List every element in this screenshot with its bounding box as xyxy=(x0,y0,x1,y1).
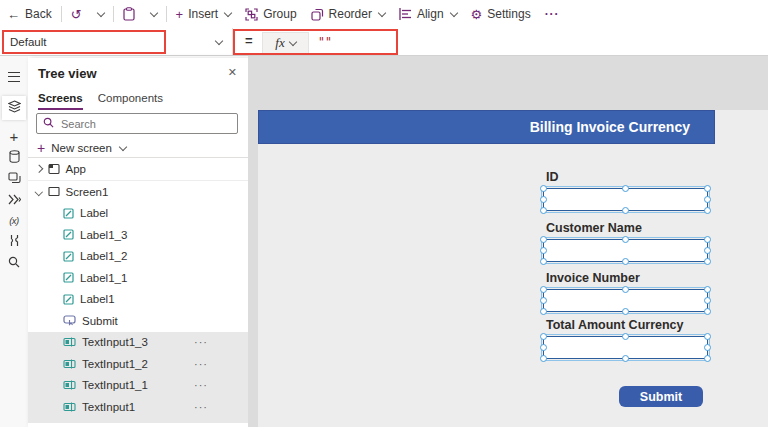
tree-item-screen1[interactable]: Screen1 xyxy=(28,181,248,203)
search-nav-button[interactable] xyxy=(2,252,26,273)
ellipsis-icon[interactable]: ··· xyxy=(194,358,208,370)
paste-button[interactable] xyxy=(116,0,142,28)
field-invoice-number: Invoice Number xyxy=(543,271,708,312)
selection-handle[interactable] xyxy=(622,333,629,340)
selection-handle[interactable] xyxy=(704,247,711,254)
app-screen[interactable]: Billing Invoice Currency ID Customer Nam… xyxy=(258,110,768,427)
selection-handle[interactable] xyxy=(622,185,629,192)
selection-handle[interactable] xyxy=(622,258,629,265)
formula-input-value[interactable]: "" xyxy=(318,35,332,49)
selection-handle[interactable] xyxy=(704,344,711,351)
text-input-customer-name[interactable] xyxy=(543,239,708,262)
selection-handle[interactable] xyxy=(540,286,547,293)
close-icon[interactable]: ✕ xyxy=(228,66,237,79)
align-button[interactable]: Align xyxy=(392,0,464,28)
tab-components[interactable]: Components xyxy=(98,92,163,110)
selection-handle[interactable] xyxy=(540,333,547,340)
selection-handle[interactable] xyxy=(540,196,547,203)
overflow-icon: ··· xyxy=(545,7,560,21)
selection-handle[interactable] xyxy=(540,207,547,214)
tree-item-label-control[interactable]: Label1_1 xyxy=(28,267,248,289)
tree-item-textinput[interactable]: TextInput1_1 ··· xyxy=(28,375,248,397)
tree-item-label-control[interactable]: Label1 xyxy=(28,289,248,311)
selection-handle[interactable] xyxy=(540,236,547,243)
field-label[interactable]: Customer Name xyxy=(546,221,708,236)
selection-handle[interactable] xyxy=(704,308,711,315)
tree-item-textinput[interactable]: TextInput1_2 ··· xyxy=(28,353,248,375)
hamburger-icon xyxy=(8,72,20,82)
menu-button[interactable] xyxy=(2,66,26,87)
submit-button[interactable]: Submit xyxy=(619,386,703,407)
tree-view-nav-button[interactable] xyxy=(2,96,26,120)
selection-handle[interactable] xyxy=(704,286,711,293)
undo-button[interactable]: ↺ xyxy=(64,0,89,28)
screen-header-bar[interactable]: Billing Invoice Currency xyxy=(258,110,715,144)
tab-screens[interactable]: Screens xyxy=(38,92,83,110)
selection-handle[interactable] xyxy=(704,236,711,243)
tree-search-box[interactable] xyxy=(36,113,238,134)
settings-button[interactable]: ⚙ Settings xyxy=(464,0,538,28)
selection-handle[interactable] xyxy=(704,333,711,340)
data-nav-button[interactable] xyxy=(2,147,26,168)
label-control-icon xyxy=(63,251,74,262)
paste-menu-button[interactable] xyxy=(142,0,164,28)
selection-handle[interactable] xyxy=(540,297,547,304)
text-input-invoice-number[interactable] xyxy=(543,289,708,312)
tree-item-label: Screen1 xyxy=(66,186,109,198)
group-label: Group xyxy=(263,7,296,21)
insert-nav-button[interactable]: + xyxy=(2,126,26,147)
selection-handle[interactable] xyxy=(622,355,629,362)
property-dropdown[interactable]: Default xyxy=(0,28,233,55)
selection-handle[interactable] xyxy=(622,236,629,243)
media-icon xyxy=(8,170,21,188)
selection-handle[interactable] xyxy=(704,258,711,265)
tree-item-label-control[interactable]: Label1_2 xyxy=(28,246,248,268)
highlight-box-formula xyxy=(233,29,398,55)
selection-handle[interactable] xyxy=(540,258,547,265)
selection-handle[interactable] xyxy=(622,308,629,315)
fx-dropdown-button[interactable]: fx xyxy=(262,32,309,54)
tree-item-submit-button[interactable]: Submit xyxy=(28,310,248,332)
field-label[interactable]: Invoice Number xyxy=(546,271,708,286)
selection-handle[interactable] xyxy=(540,247,547,254)
tree-item-label: TextInput1 xyxy=(82,401,135,413)
search-input[interactable] xyxy=(59,117,231,131)
advanced-tools-nav-button[interactable] xyxy=(2,231,26,252)
text-input-id[interactable] xyxy=(543,188,708,211)
new-screen-label: New screen xyxy=(51,142,112,154)
tree-item-textinput[interactable]: TextInput1 ··· xyxy=(28,396,248,418)
selection-handle[interactable] xyxy=(540,344,547,351)
overflow-button[interactable]: ··· xyxy=(538,0,567,28)
chevron-down-icon xyxy=(149,9,157,17)
ellipsis-icon[interactable]: ··· xyxy=(194,401,208,413)
undo-menu-button[interactable] xyxy=(89,0,111,28)
selection-handle[interactable] xyxy=(540,355,547,362)
selection-handle[interactable] xyxy=(704,355,711,362)
back-button[interactable]: ← Back xyxy=(0,0,59,28)
field-label[interactable]: Total Amount Currency xyxy=(546,318,708,333)
reorder-button[interactable]: Reorder xyxy=(304,0,392,28)
selection-handle[interactable] xyxy=(540,308,547,315)
media-nav-button[interactable] xyxy=(2,168,26,189)
tree-item-textinput[interactable]: TextInput1_3 ··· xyxy=(28,332,248,354)
selection-handle[interactable] xyxy=(622,207,629,214)
selection-handle[interactable] xyxy=(704,207,711,214)
insert-button[interactable]: + Insert xyxy=(169,0,239,28)
selection-handle[interactable] xyxy=(622,286,629,293)
power-automate-nav-button[interactable] xyxy=(2,189,26,210)
variables-nav-button[interactable]: (x) xyxy=(2,210,26,231)
new-screen-button[interactable]: + New screen xyxy=(37,141,126,155)
tree-item-app[interactable]: App xyxy=(28,158,248,181)
tree-item-label-control[interactable]: Label xyxy=(28,203,248,225)
group-button[interactable]: Group xyxy=(238,0,303,28)
tree-item-label: TextInput1_1 xyxy=(82,379,148,391)
field-label[interactable]: ID xyxy=(546,170,708,185)
selection-handle[interactable] xyxy=(704,185,711,192)
text-input-total-amount[interactable] xyxy=(543,336,708,359)
selection-handle[interactable] xyxy=(540,185,547,192)
tree-item-label-control[interactable]: Label1_3 xyxy=(28,224,248,246)
ellipsis-icon[interactable]: ··· xyxy=(194,379,208,391)
selection-handle[interactable] xyxy=(704,297,711,304)
selection-handle[interactable] xyxy=(704,196,711,203)
ellipsis-icon[interactable]: ··· xyxy=(194,336,208,348)
